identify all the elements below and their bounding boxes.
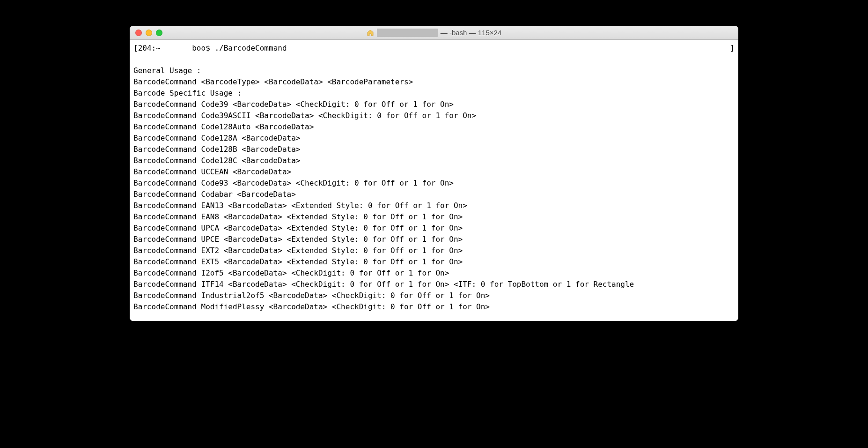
terminal-output: General Usage :BarcodeCommand <BarcodeTy… — [133, 54, 735, 313]
output-line: Barcode Specific Usage : — [133, 88, 735, 99]
output-line: BarcodeCommand Industrial2of5 <BarcodeDa… — [133, 290, 735, 301]
output-line: BarcodeCommand EAN8 <BarcodeData> <Exten… — [133, 211, 735, 223]
prompt-left-bracket: [ — [133, 43, 138, 54]
window-title: — -bash — 115×24 — [367, 29, 502, 37]
output-line: BarcodeCommand Code128A <BarcodeData> — [133, 133, 735, 144]
output-line: BarcodeCommand ITF14 <BarcodeData> <Chec… — [133, 279, 735, 290]
output-line: BarcodeCommand Code128C <BarcodeData> — [133, 155, 735, 166]
output-line: BarcodeCommand Code39ASCII <BarcodeData>… — [133, 110, 735, 121]
prompt-line: [204:~ boo$ ./BarcodeCommand] — [133, 43, 735, 54]
output-line: BarcodeCommand Code128B <BarcodeData> — [133, 144, 735, 155]
title-bar[interactable]: — -bash — 115×24 — [130, 26, 738, 40]
minimize-button[interactable] — [146, 30, 152, 36]
output-line: BarcodeCommand EAN13 <BarcodeData> <Exte… — [133, 200, 735, 211]
output-line: BarcodeCommand UPCE <BarcodeData> <Exten… — [133, 234, 735, 245]
prompt-text: 204:~ boo$ ./BarcodeCommand — [138, 43, 287, 54]
output-line: BarcodeCommand Code39 <BarcodeData> <Che… — [133, 99, 735, 110]
output-line: BarcodeCommand Code128Auto <BarcodeData> — [133, 121, 735, 133]
traffic-lights — [135, 30, 162, 36]
prompt-right-bracket: ] — [730, 43, 735, 54]
home-icon — [367, 29, 374, 37]
output-line: BarcodeCommand EXT2 <BarcodeData> <Exten… — [133, 245, 735, 256]
output-line: General Usage : — [133, 65, 735, 76]
output-line: BarcodeCommand Codabar <BarcodeData> — [133, 189, 735, 200]
redacted-username — [377, 29, 438, 37]
title-text: — -bash — 115×24 — [441, 29, 502, 37]
output-line: BarcodeCommand I2of5 <BarcodeData> <Chec… — [133, 268, 735, 279]
output-line: BarcodeCommand EXT5 <BarcodeData> <Exten… — [133, 256, 735, 268]
output-line: BarcodeCommand UCCEAN <BarcodeData> — [133, 166, 735, 178]
output-line: BarcodeCommand Code93 <BarcodeData> <Che… — [133, 178, 735, 189]
close-button[interactable] — [135, 30, 142, 36]
output-line — [133, 54, 735, 65]
output-line: BarcodeCommand ModifiedPlessy <BarcodeDa… — [133, 301, 735, 313]
terminal-window: — -bash — 115×24 [204:~ boo$ ./BarcodeCo… — [130, 26, 738, 321]
maximize-button[interactable] — [156, 30, 162, 36]
output-line: BarcodeCommand <BarcodeType> <BarcodeDat… — [133, 76, 735, 88]
terminal-body[interactable]: [204:~ boo$ ./BarcodeCommand] General Us… — [130, 40, 738, 321]
output-line: BarcodeCommand UPCA <BarcodeData> <Exten… — [133, 223, 735, 234]
